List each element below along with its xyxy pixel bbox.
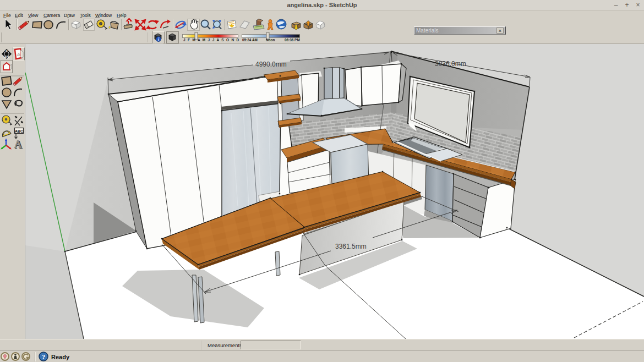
svg-text:A-S: A-S [4,56,9,59]
svg-text:06:36 PM: 06:36 PM [285,38,300,42]
svg-text:J F M A M J J A S O N D: J F M A M J J A S O N D [183,38,240,42]
svg-text:?: ? [42,353,45,361]
svg-text:3036.0mm: 3036.0mm [435,60,466,68]
svg-text:3361.5mm: 3361.5mm [335,243,367,250]
svg-text:C: C [6,50,8,53]
svg-text:Ready: Ready [51,354,70,360]
svg-text:A: A [14,138,22,150]
svg-text:05:24 AM: 05:24 AM [242,38,258,42]
svg-text:Noon: Noon [266,38,275,42]
svg-text:4990.0mm: 4990.0mm [255,61,287,68]
svg-text:ABC: ABC [15,129,23,133]
